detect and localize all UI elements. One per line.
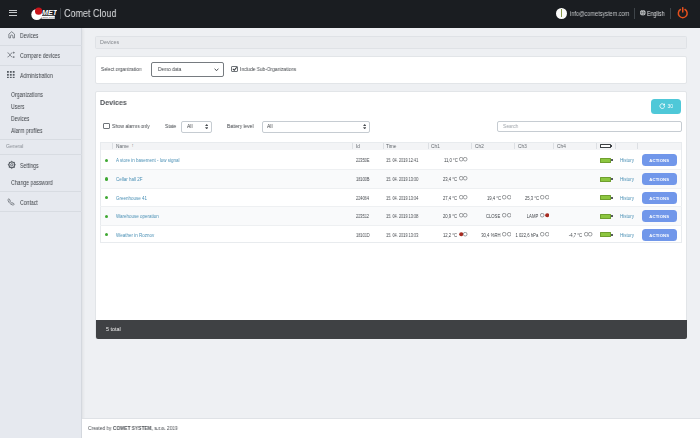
svg-text:since 1991: since 1991 [43, 16, 56, 19]
svg-text:MET: MET [42, 8, 57, 17]
